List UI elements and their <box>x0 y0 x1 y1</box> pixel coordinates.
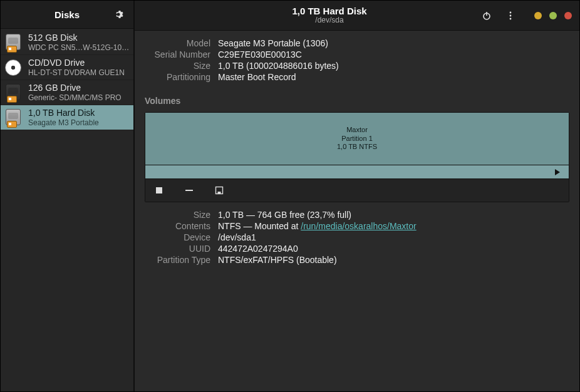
sidebar-header: Disks <box>1 1 133 29</box>
delete-partition-button[interactable] <box>182 183 197 198</box>
disk-name: CD/DVD Drive <box>28 58 125 68</box>
sd-icon <box>3 83 23 103</box>
label-device: Device <box>145 232 210 242</box>
volume-toolbar <box>145 179 569 202</box>
label-uuid: UUID <box>145 244 210 254</box>
unmount-button[interactable] <box>152 183 167 198</box>
partition-fs: 1,0 TB NTFS <box>337 143 377 152</box>
value-size: 1,0 TB (1000204886016 bytes) <box>218 61 569 71</box>
svg-point-2 <box>510 11 512 13</box>
window-controls <box>534 12 572 19</box>
label-serial: Serial Number <box>145 49 210 59</box>
mount-bar <box>145 165 569 179</box>
label-model: Model <box>145 38 210 48</box>
main-header: 1,0 TB Hard Disk /dev/sda <box>135 1 579 31</box>
drive-info: Model Seagate M3 Portable (1306) Serial … <box>145 38 569 82</box>
volumes-box: Maxtor Partition 1 1,0 TB NTFS <box>145 112 569 202</box>
sidebar-item-disk-0[interactable]: 512 GB Disk WDC PC SN5…W-512G-1014 <box>1 30 133 55</box>
value-psize: 1,0 TB — 764 GB free (23,7% full) <box>218 210 569 220</box>
sidebar-item-disk-1[interactable]: CD/DVD Drive HL-DT-ST DVDRAM GUE1N <box>1 55 133 80</box>
svg-rect-6 <box>185 190 193 191</box>
sidebar: Disks 512 GB Disk WDC PC SN5…W-512G-1014 <box>1 1 135 391</box>
mount-play-button[interactable] <box>550 165 565 180</box>
partition-name: Maxtor <box>346 126 368 135</box>
disk-name: 126 GB Drive <box>28 83 122 93</box>
power-button[interactable] <box>479 8 494 23</box>
close-button[interactable] <box>564 12 572 19</box>
disk-list: 512 GB Disk WDC PC SN5…W-512G-1014 CD/DV… <box>1 29 133 391</box>
partition-settings-button[interactable] <box>212 183 227 198</box>
value-partitioning: Master Boot Record <box>218 72 569 82</box>
kebab-icon <box>505 11 515 21</box>
svg-rect-8 <box>218 192 221 193</box>
stop-icon <box>155 187 163 194</box>
header-actions <box>479 8 572 23</box>
contents-prefix: NTFS — Mounted at <box>218 221 301 231</box>
disk-sub: HL-DT-ST DVDRAM GUE1N <box>28 68 125 77</box>
label-size: Size <box>145 61 210 71</box>
app-menu-button[interactable] <box>112 7 127 22</box>
svg-point-4 <box>510 18 512 19</box>
main-panel: 1,0 TB Hard Disk /dev/sda <box>135 1 579 391</box>
volumes-heading: Volumes <box>145 96 569 106</box>
label-contents: Contents <box>145 221 210 231</box>
disk-name: 1,0 TB Hard Disk <box>28 108 99 118</box>
hdd-icon <box>3 108 23 128</box>
page-title: 1,0 TB Hard Disk <box>292 6 366 17</box>
value-model: Seagate M3 Portable (1306) <box>218 38 569 48</box>
partition-details: Size 1,0 TB — 764 GB free (23,7% full) C… <box>145 210 569 265</box>
header-title-block: 1,0 TB Hard Disk /dev/sda <box>180 6 479 25</box>
hdd-icon <box>3 33 23 53</box>
maximize-button[interactable] <box>549 12 557 19</box>
gear-icon <box>115 9 125 19</box>
app-window: Disks 512 GB Disk WDC PC SN5…W-512G-1014 <box>1 1 579 391</box>
partition-block[interactable]: Maxtor Partition 1 1,0 TB NTFS <box>145 113 569 165</box>
sidebar-item-disk-3[interactable]: 1,0 TB Hard Disk Seagate M3 Portable <box>1 105 133 130</box>
page-subtitle: /dev/sda <box>315 16 343 24</box>
play-icon <box>554 169 561 175</box>
value-serial: C29E7E030E00013C <box>218 49 569 59</box>
disk-sub: Seagate M3 Portable <box>28 118 99 127</box>
disk-sub: WDC PC SN5…W-512G-1014 <box>28 43 130 52</box>
svg-point-3 <box>510 14 512 16</box>
value-contents: NTFS — Mounted at /run/media/oskaralhos/… <box>218 221 569 231</box>
value-ptype: NTFS/exFAT/HPFS (Bootable) <box>218 255 569 265</box>
disk-name: 512 GB Disk <box>28 33 130 43</box>
label-partitioning: Partitioning <box>145 72 210 82</box>
svg-rect-5 <box>156 187 162 193</box>
minimize-button[interactable] <box>534 12 542 19</box>
cd-icon <box>3 58 23 78</box>
content: Model Seagate M3 Portable (1306) Serial … <box>135 31 579 265</box>
label-psize: Size <box>145 210 210 220</box>
mountpoint-link[interactable]: /run/media/oskaralhos/Maxtor <box>301 221 416 231</box>
label-ptype: Partition Type <box>145 255 210 265</box>
partition-number: Partition 1 <box>341 135 373 143</box>
disk-sub: Generic- SD/MMC/MS PRO <box>28 93 122 102</box>
power-icon <box>482 11 492 21</box>
drive-menu-button[interactable] <box>503 8 518 23</box>
sidebar-item-disk-2[interactable]: 126 GB Drive Generic- SD/MMC/MS PRO <box>1 80 133 105</box>
sidebar-title: Disks <box>22 9 112 20</box>
value-device: /dev/sda1 <box>218 232 569 242</box>
value-uuid: 442472A0247294A0 <box>218 244 569 254</box>
minus-icon <box>185 186 194 195</box>
gears-icon <box>215 186 224 195</box>
